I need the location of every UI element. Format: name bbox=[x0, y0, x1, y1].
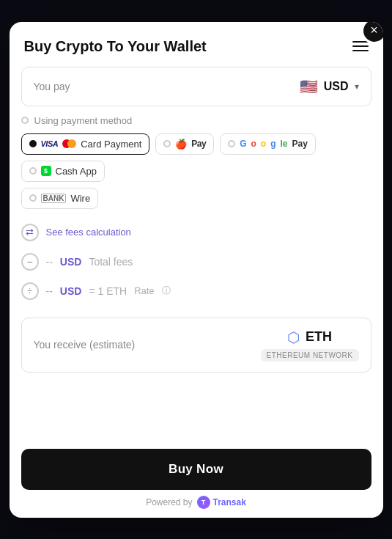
menu-button[interactable] bbox=[352, 41, 369, 51]
rate-prefix: -- bbox=[46, 285, 53, 297]
visa-icon: VISA bbox=[41, 139, 59, 148]
spacer bbox=[10, 381, 383, 440]
minus-icon-circle: − bbox=[21, 253, 39, 271]
powered-by-row: Powered by T Transak bbox=[21, 496, 371, 509]
arrows-icon-circle: ⇄ bbox=[21, 224, 39, 241]
info-icon[interactable]: ⓘ bbox=[162, 285, 171, 297]
dot-icon bbox=[21, 117, 29, 124]
rate-row: ÷ -- USD = 1 ETH Rate ⓘ bbox=[21, 276, 371, 306]
payment-option-applepay[interactable]: 🍎 Pay bbox=[155, 133, 214, 155]
total-fees-prefix: -- bbox=[46, 256, 53, 268]
total-fees-row: − -- USD Total fees bbox=[21, 247, 371, 276]
wire-label: Wire bbox=[70, 193, 90, 204]
mastercard-icon bbox=[62, 139, 76, 148]
chevron-down-icon: ▾ bbox=[355, 81, 359, 92]
radio-applepay bbox=[163, 140, 171, 147]
payment-options-row: VISA Card Payment 🍎 Pay Google bbox=[21, 133, 371, 182]
payment-option-wire[interactable]: BANK Wire bbox=[21, 188, 99, 209]
menu-icon-line3 bbox=[352, 50, 369, 51]
total-fees-currency: USD bbox=[60, 256, 82, 268]
flag-icon: 🇺🇸 bbox=[300, 78, 318, 95]
applepay-label: Pay bbox=[191, 139, 206, 149]
divide-icon-circle: ÷ bbox=[21, 282, 39, 300]
transak-icon: T bbox=[197, 496, 210, 509]
crypto-selector[interactable]: ⬡ ETH ETHEREUM NETWORK bbox=[261, 329, 359, 362]
using-label-row: Using payment method bbox=[21, 115, 371, 126]
radio-card bbox=[29, 140, 37, 147]
transak-logo: T Transak bbox=[197, 496, 246, 509]
eth-row: ⬡ ETH bbox=[287, 329, 332, 346]
rate-label: Rate bbox=[134, 285, 154, 296]
eth-label: ETH bbox=[306, 329, 332, 345]
payment-option-card[interactable]: VISA Card Payment bbox=[21, 133, 150, 155]
rate-currency: USD bbox=[60, 285, 82, 297]
fees-section: ⇄ See fees calculation − -- USD Total fe… bbox=[10, 215, 383, 309]
apple-icon: 🍎 bbox=[175, 139, 187, 150]
see-fees-row: ⇄ See fees calculation bbox=[21, 218, 371, 247]
modal-overlay: × Buy Crypto To Your Wallet You pay 🇺🇸 U… bbox=[0, 0, 392, 539]
card-payment-label: Card Payment bbox=[81, 139, 141, 150]
cashapp-icon: $ bbox=[41, 166, 51, 176]
cashapp-label: Cash App bbox=[56, 166, 97, 177]
payment-option-googlepay[interactable]: Google Pay bbox=[220, 133, 316, 155]
you-receive-section: You receive (estimate) ⬡ ETH ETHEREUM NE… bbox=[21, 318, 371, 373]
divide-icon: ÷ bbox=[27, 286, 32, 296]
minus-icon: − bbox=[26, 256, 32, 268]
you-pay-section: You pay 🇺🇸 USD ▾ bbox=[21, 67, 371, 106]
payment-method-section: Using payment method VISA Card Payment bbox=[10, 115, 383, 209]
radio-cashapp bbox=[29, 167, 37, 175]
using-label-text: Using payment method bbox=[34, 115, 133, 126]
eth-icon: ⬡ bbox=[287, 329, 300, 346]
buy-now-button[interactable]: Buy Now bbox=[21, 449, 371, 490]
close-icon: × bbox=[370, 23, 378, 38]
currency-code: USD bbox=[324, 80, 349, 93]
bank-icon: BANK bbox=[41, 194, 67, 203]
payment-options-row2: BANK Wire bbox=[21, 188, 371, 209]
radio-wire bbox=[29, 194, 37, 202]
footer-section: Buy Now Powered by T Transak bbox=[10, 440, 383, 518]
network-badge: ETHEREUM NETWORK bbox=[261, 349, 359, 362]
currency-selector[interactable]: 🇺🇸 USD ▾ bbox=[300, 78, 359, 95]
you-receive-label: You receive (estimate) bbox=[34, 339, 136, 351]
see-fees-link[interactable]: See fees calculation bbox=[46, 227, 131, 238]
radio-googlepay bbox=[228, 140, 235, 147]
arrows-icon: ⇄ bbox=[26, 227, 34, 238]
total-fees-label: Total fees bbox=[89, 256, 133, 268]
modal-header: Buy Crypto To Your Wallet bbox=[10, 22, 383, 67]
powered-by-label: Powered by bbox=[146, 497, 192, 507]
google-pay-icon: G bbox=[240, 139, 246, 149]
rate-equals: = 1 ETH bbox=[89, 285, 127, 297]
payment-option-cashapp[interactable]: $ Cash App bbox=[21, 161, 105, 182]
transak-label: Transak bbox=[213, 497, 246, 507]
menu-icon-line2 bbox=[352, 45, 369, 47]
googlepay-label: Pay bbox=[292, 139, 308, 149]
page-title: Buy Crypto To Your Wallet bbox=[24, 38, 207, 55]
modal: × Buy Crypto To Your Wallet You pay 🇺🇸 U… bbox=[10, 22, 383, 518]
you-pay-label: You pay bbox=[34, 81, 70, 92]
